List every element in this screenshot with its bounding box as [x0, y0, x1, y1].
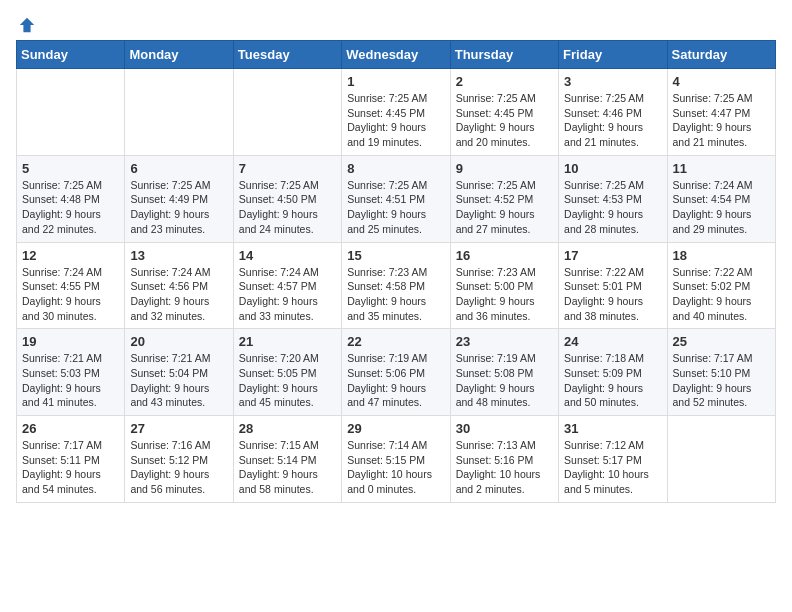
day-cell: 28Sunrise: 7:15 AMSunset: 5:14 PMDayligh… — [233, 416, 341, 503]
week-row-5: 26Sunrise: 7:17 AMSunset: 5:11 PMDayligh… — [17, 416, 776, 503]
day-cell: 10Sunrise: 7:25 AMSunset: 4:53 PMDayligh… — [559, 155, 667, 242]
week-row-2: 5Sunrise: 7:25 AMSunset: 4:48 PMDaylight… — [17, 155, 776, 242]
day-number: 29 — [347, 421, 444, 436]
day-cell: 13Sunrise: 7:24 AMSunset: 4:56 PMDayligh… — [125, 242, 233, 329]
day-cell: 7Sunrise: 7:25 AMSunset: 4:50 PMDaylight… — [233, 155, 341, 242]
day-header-friday: Friday — [559, 41, 667, 69]
day-number: 28 — [239, 421, 336, 436]
day-cell: 30Sunrise: 7:13 AMSunset: 5:16 PMDayligh… — [450, 416, 558, 503]
day-info: Sunrise: 7:24 AMSunset: 4:54 PMDaylight:… — [673, 178, 770, 237]
day-cell: 9Sunrise: 7:25 AMSunset: 4:52 PMDaylight… — [450, 155, 558, 242]
week-row-1: 1Sunrise: 7:25 AMSunset: 4:45 PMDaylight… — [17, 69, 776, 156]
day-header-sunday: Sunday — [17, 41, 125, 69]
day-number: 20 — [130, 334, 227, 349]
logo — [16, 16, 38, 30]
week-row-3: 12Sunrise: 7:24 AMSunset: 4:55 PMDayligh… — [17, 242, 776, 329]
day-number: 15 — [347, 248, 444, 263]
day-cell — [233, 69, 341, 156]
day-number: 22 — [347, 334, 444, 349]
day-number: 16 — [456, 248, 553, 263]
day-info: Sunrise: 7:25 AMSunset: 4:45 PMDaylight:… — [347, 91, 444, 150]
day-cell: 8Sunrise: 7:25 AMSunset: 4:51 PMDaylight… — [342, 155, 450, 242]
day-info: Sunrise: 7:22 AMSunset: 5:02 PMDaylight:… — [673, 265, 770, 324]
day-cell: 6Sunrise: 7:25 AMSunset: 4:49 PMDaylight… — [125, 155, 233, 242]
day-cell: 4Sunrise: 7:25 AMSunset: 4:47 PMDaylight… — [667, 69, 775, 156]
day-cell: 29Sunrise: 7:14 AMSunset: 5:15 PMDayligh… — [342, 416, 450, 503]
day-number: 12 — [22, 248, 119, 263]
day-cell: 1Sunrise: 7:25 AMSunset: 4:45 PMDaylight… — [342, 69, 450, 156]
day-number: 11 — [673, 161, 770, 176]
day-cell: 24Sunrise: 7:18 AMSunset: 5:09 PMDayligh… — [559, 329, 667, 416]
day-number: 14 — [239, 248, 336, 263]
day-info: Sunrise: 7:25 AMSunset: 4:47 PMDaylight:… — [673, 91, 770, 150]
svg-marker-0 — [20, 18, 34, 32]
day-number: 25 — [673, 334, 770, 349]
day-number: 19 — [22, 334, 119, 349]
header — [16, 16, 776, 30]
day-cell: 14Sunrise: 7:24 AMSunset: 4:57 PMDayligh… — [233, 242, 341, 329]
day-info: Sunrise: 7:12 AMSunset: 5:17 PMDaylight:… — [564, 438, 661, 497]
day-info: Sunrise: 7:24 AMSunset: 4:55 PMDaylight:… — [22, 265, 119, 324]
day-cell: 25Sunrise: 7:17 AMSunset: 5:10 PMDayligh… — [667, 329, 775, 416]
day-number: 7 — [239, 161, 336, 176]
day-info: Sunrise: 7:25 AMSunset: 4:48 PMDaylight:… — [22, 178, 119, 237]
day-cell: 12Sunrise: 7:24 AMSunset: 4:55 PMDayligh… — [17, 242, 125, 329]
day-number: 30 — [456, 421, 553, 436]
day-cell: 11Sunrise: 7:24 AMSunset: 4:54 PMDayligh… — [667, 155, 775, 242]
day-cell — [17, 69, 125, 156]
day-cell: 26Sunrise: 7:17 AMSunset: 5:11 PMDayligh… — [17, 416, 125, 503]
day-number: 21 — [239, 334, 336, 349]
day-number: 3 — [564, 74, 661, 89]
day-number: 9 — [456, 161, 553, 176]
day-number: 6 — [130, 161, 227, 176]
day-cell — [125, 69, 233, 156]
day-info: Sunrise: 7:21 AMSunset: 5:03 PMDaylight:… — [22, 351, 119, 410]
day-cell: 17Sunrise: 7:22 AMSunset: 5:01 PMDayligh… — [559, 242, 667, 329]
day-info: Sunrise: 7:19 AMSunset: 5:06 PMDaylight:… — [347, 351, 444, 410]
day-info: Sunrise: 7:25 AMSunset: 4:50 PMDaylight:… — [239, 178, 336, 237]
day-number: 13 — [130, 248, 227, 263]
day-number: 31 — [564, 421, 661, 436]
day-header-tuesday: Tuesday — [233, 41, 341, 69]
day-cell: 27Sunrise: 7:16 AMSunset: 5:12 PMDayligh… — [125, 416, 233, 503]
day-info: Sunrise: 7:24 AMSunset: 4:57 PMDaylight:… — [239, 265, 336, 324]
day-header-wednesday: Wednesday — [342, 41, 450, 69]
day-cell — [667, 416, 775, 503]
day-cell: 16Sunrise: 7:23 AMSunset: 5:00 PMDayligh… — [450, 242, 558, 329]
day-number: 26 — [22, 421, 119, 436]
day-info: Sunrise: 7:17 AMSunset: 5:11 PMDaylight:… — [22, 438, 119, 497]
day-cell: 22Sunrise: 7:19 AMSunset: 5:06 PMDayligh… — [342, 329, 450, 416]
day-header-saturday: Saturday — [667, 41, 775, 69]
day-info: Sunrise: 7:16 AMSunset: 5:12 PMDaylight:… — [130, 438, 227, 497]
day-cell: 15Sunrise: 7:23 AMSunset: 4:58 PMDayligh… — [342, 242, 450, 329]
logo-text — [16, 16, 38, 34]
day-info: Sunrise: 7:20 AMSunset: 5:05 PMDaylight:… — [239, 351, 336, 410]
header-row: SundayMondayTuesdayWednesdayThursdayFrid… — [17, 41, 776, 69]
day-number: 5 — [22, 161, 119, 176]
day-cell: 31Sunrise: 7:12 AMSunset: 5:17 PMDayligh… — [559, 416, 667, 503]
day-info: Sunrise: 7:23 AMSunset: 5:00 PMDaylight:… — [456, 265, 553, 324]
day-info: Sunrise: 7:19 AMSunset: 5:08 PMDaylight:… — [456, 351, 553, 410]
day-cell: 18Sunrise: 7:22 AMSunset: 5:02 PMDayligh… — [667, 242, 775, 329]
day-info: Sunrise: 7:17 AMSunset: 5:10 PMDaylight:… — [673, 351, 770, 410]
day-info: Sunrise: 7:25 AMSunset: 4:46 PMDaylight:… — [564, 91, 661, 150]
day-info: Sunrise: 7:25 AMSunset: 4:52 PMDaylight:… — [456, 178, 553, 237]
day-info: Sunrise: 7:24 AMSunset: 4:56 PMDaylight:… — [130, 265, 227, 324]
day-info: Sunrise: 7:25 AMSunset: 4:49 PMDaylight:… — [130, 178, 227, 237]
day-info: Sunrise: 7:18 AMSunset: 5:09 PMDaylight:… — [564, 351, 661, 410]
day-header-thursday: Thursday — [450, 41, 558, 69]
day-number: 2 — [456, 74, 553, 89]
calendar: SundayMondayTuesdayWednesdayThursdayFrid… — [16, 40, 776, 503]
day-cell: 3Sunrise: 7:25 AMSunset: 4:46 PMDaylight… — [559, 69, 667, 156]
day-info: Sunrise: 7:25 AMSunset: 4:45 PMDaylight:… — [456, 91, 553, 150]
day-info: Sunrise: 7:15 AMSunset: 5:14 PMDaylight:… — [239, 438, 336, 497]
day-cell: 19Sunrise: 7:21 AMSunset: 5:03 PMDayligh… — [17, 329, 125, 416]
page: SundayMondayTuesdayWednesdayThursdayFrid… — [0, 0, 792, 519]
logo-icon — [18, 16, 36, 34]
day-cell: 5Sunrise: 7:25 AMSunset: 4:48 PMDaylight… — [17, 155, 125, 242]
day-info: Sunrise: 7:22 AMSunset: 5:01 PMDaylight:… — [564, 265, 661, 324]
day-number: 1 — [347, 74, 444, 89]
day-info: Sunrise: 7:21 AMSunset: 5:04 PMDaylight:… — [130, 351, 227, 410]
day-number: 24 — [564, 334, 661, 349]
day-number: 23 — [456, 334, 553, 349]
